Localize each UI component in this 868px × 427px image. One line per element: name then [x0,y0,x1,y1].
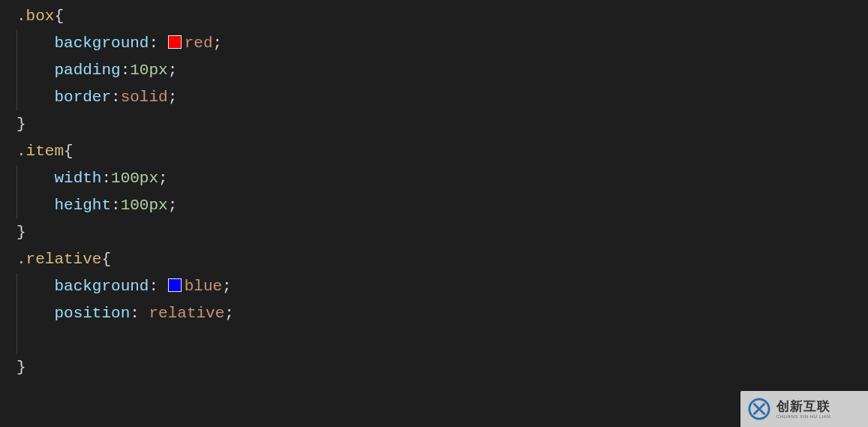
colon: : [149,278,158,295]
color-swatch-icon[interactable] [168,278,182,292]
css-property: border [54,89,111,106]
code-line[interactable]: position: relative; [17,300,868,327]
code-line[interactable]: border:solid; [17,84,868,111]
css-value: solid [121,89,168,106]
css-property: padding [54,62,120,79]
semicolon: ; [158,170,168,187]
watermark-text: 创新互联 CHUANG XIN HU LIAN [776,400,830,419]
semicolon: ; [168,197,178,214]
code-line[interactable]: .item{ [17,138,868,165]
code-line[interactable]: } [17,354,868,381]
watermark-main: 创新互联 [776,400,830,413]
code-line[interactable]: padding:10px; [17,57,868,84]
code-line[interactable]: .box{ [17,3,868,30]
css-value: blue [185,278,222,295]
semicolon: ; [168,89,178,106]
css-number: 10 [130,62,149,79]
code-line[interactable]: } [17,219,868,246]
css-number: 100 [111,170,140,187]
code-line[interactable]: } [17,111,868,138]
watermark-logo-icon [748,398,770,420]
color-swatch-icon[interactable] [168,35,182,49]
brace-open: { [54,8,64,25]
watermark: 创新互联 CHUANG XIN HU LIAN [740,391,868,427]
code-line[interactable]: background: blue; [17,273,868,300]
css-property: height [54,197,111,214]
watermark-sub: CHUANG XIN HU LIAN [776,414,830,419]
css-property: background [54,278,149,295]
css-selector: .item [17,143,64,160]
colon: : [101,170,111,187]
code-editor[interactable]: .box{ background: red; padding:10px; bor… [0,0,868,427]
css-property: position [54,305,130,322]
code-line[interactable]: height:100px; [17,192,868,219]
semicolon: ; [224,305,234,322]
css-unit: px [140,170,158,187]
semicolon: ; [168,62,178,79]
css-property: width [54,170,101,187]
code-line[interactable]: width:100px; [17,165,868,192]
colon: : [111,197,121,214]
brace-open: { [101,251,111,268]
brace-close: } [17,224,26,241]
colon: : [130,305,140,322]
css-property: background [54,35,149,52]
colon: : [111,89,121,106]
brace-close: } [17,359,26,376]
semicolon: ; [212,35,222,52]
semicolon: ; [222,278,232,295]
code-line[interactable]: .relative{ [17,246,868,273]
css-number: 100 [121,197,149,214]
brace-open: { [64,143,74,160]
colon: : [149,35,158,52]
css-value: red [185,35,213,52]
code-line[interactable]: background: red; [17,30,868,57]
css-unit: px [149,197,167,214]
css-selector: .relative [17,251,101,268]
code-line[interactable] [17,327,868,354]
css-selector: .box [17,8,54,25]
css-value: relative [149,305,224,322]
brace-close: } [17,116,26,133]
colon: : [121,62,131,79]
css-unit: px [149,62,167,79]
